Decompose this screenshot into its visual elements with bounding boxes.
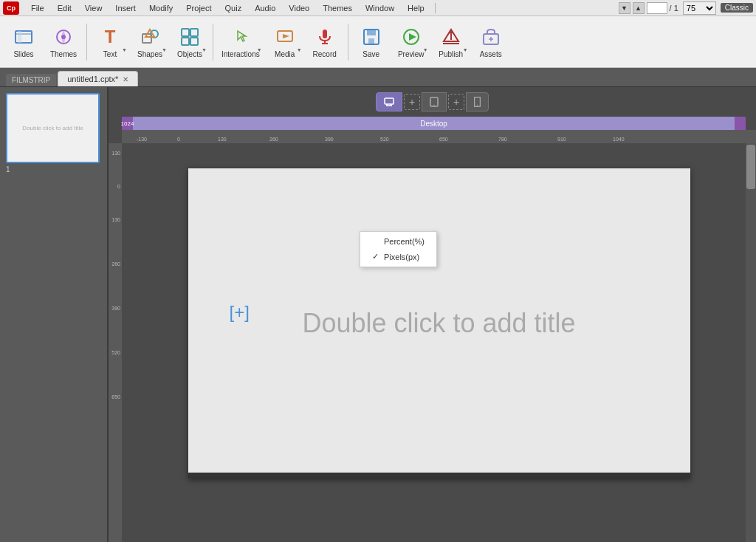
menu-project[interactable]: Project <box>180 2 217 14</box>
slide-placeholder-text[interactable]: Double click to add title <box>302 308 575 339</box>
svg-marker-13 <box>283 34 289 38</box>
tool-objects-label: Objects <box>177 50 202 58</box>
page-current-input[interactable]: 1 <box>647 2 667 14</box>
canvas-area: + + Desktop 1024 -130 0 130 260 39 <box>109 87 756 542</box>
ruler-mark-h-1: 0 <box>177 137 180 142</box>
interactions-icon <box>229 25 252 49</box>
tool-preview[interactable]: Preview ▼ <box>392 20 430 64</box>
slide-number-1: 1 <box>6 165 101 174</box>
svg-rect-10 <box>182 38 189 45</box>
svg-rect-14 <box>323 30 327 38</box>
active-tab[interactable]: untitled1.cptx* ✕ <box>58 71 138 86</box>
tool-shapes[interactable]: Shapes ▼ <box>131 20 169 64</box>
page-navigation: ▼ ▲ 1 / 1 <box>619 2 678 14</box>
page-prev-btn[interactable]: ▼ <box>619 2 630 14</box>
tool-assets[interactable]: Assets <box>472 20 510 64</box>
tool-themes[interactable]: Themes <box>44 20 83 64</box>
shapes-icon <box>138 25 162 49</box>
tool-assets-label: Assets <box>480 50 502 58</box>
svg-point-24 <box>450 31 453 34</box>
ruler-mark-h-8: 910 <box>557 137 566 142</box>
media-icon <box>273 25 297 49</box>
tool-text[interactable]: T Text ▼ <box>91 20 129 64</box>
svg-point-36 <box>477 105 478 106</box>
ruler-mark-v-1: 0 <box>117 184 120 189</box>
toolbar-sep-1 <box>86 24 87 61</box>
tool-save-label: Save <box>362 50 379 58</box>
interactions-dropdown-arrow: ▼ <box>257 47 262 52</box>
themes-icon <box>52 25 75 49</box>
thumb-label: Double click to add title <box>22 125 83 131</box>
svg-rect-25 <box>443 43 459 44</box>
tool-publish-label: Publish <box>439 50 463 58</box>
slide-canvas[interactable]: [+] Double click to add title <box>188 168 690 478</box>
ruler-mark-h-3: 260 <box>269 137 278 142</box>
tab-close-btn[interactable]: ✕ <box>123 75 128 83</box>
dropdown-pixels-label: Pixels(px) <box>384 253 419 261</box>
menu-file[interactable]: File <box>25 2 50 14</box>
device-phone-btn[interactable] <box>466 92 489 112</box>
percent-check <box>372 237 379 246</box>
ruler-mark-h-5: 520 <box>380 137 389 142</box>
tool-interactions[interactable]: Interactions ▼ <box>217 20 264 64</box>
horizontal-ruler: -130 0 130 260 390 520 650 780 910 1040 <box>122 130 756 143</box>
ruler-unit-dropdown: Percent(%) ✓ Pixels(px) <box>360 231 437 267</box>
device-tablet-btn[interactable] <box>422 92 447 112</box>
media-dropdown-arrow: ▼ <box>297 47 302 52</box>
svg-point-4 <box>61 35 66 39</box>
svg-point-34 <box>433 105 434 106</box>
page-next-btn[interactable]: ▲ <box>633 2 645 14</box>
tool-record[interactable]: Record <box>306 20 344 64</box>
menu-modify[interactable]: Modify <box>143 2 179 14</box>
device-add-btn-2[interactable]: + <box>448 94 464 110</box>
dropdown-item-pixels[interactable]: ✓ Pixels(px) <box>360 249 436 264</box>
menu-quiz[interactable]: Quiz <box>219 2 248 14</box>
menu-edit[interactable]: Edit <box>52 2 78 14</box>
ruler-mark-v-4: 390 <box>111 306 120 311</box>
tool-save[interactable]: Save <box>352 20 391 64</box>
tab-bar: FILMSTRIP untitled1.cptx* ✕ <box>0 68 756 87</box>
tool-media[interactable]: Media ▼ <box>266 20 304 64</box>
tool-record-label: Record <box>313 50 337 58</box>
menu-help[interactable]: Help <box>402 2 430 14</box>
zoom-select[interactable]: 75 50 100 <box>683 1 716 15</box>
device-add-btn-1[interactable]: + <box>404 94 420 110</box>
slide-thumbnail-1[interactable]: Double click to add title <box>6 93 100 163</box>
desktop-label-bar: Desktop 1024 <box>122 117 746 130</box>
dropdown-percent-label: Percent(%) <box>384 237 425 246</box>
svg-rect-29 <box>385 98 394 104</box>
menu-insert[interactable]: Insert <box>109 2 142 14</box>
slides-icon <box>12 25 35 49</box>
menu-themes[interactable]: Themes <box>317 2 358 14</box>
tool-slides[interactable]: Slides <box>4 20 43 64</box>
page-separator: / <box>670 4 672 13</box>
tool-objects[interactable]: Objects ▼ <box>171 20 209 64</box>
save-icon <box>360 25 383 49</box>
filmstrip-panel: Double click to add title 1 <box>0 87 109 542</box>
menu-bar: Cp File Edit View Insert Modify Project … <box>0 0 756 16</box>
device-desktop-btn[interactable] <box>376 92 402 112</box>
vertical-scrollbar[interactable] <box>746 143 756 542</box>
tool-publish[interactable]: Publish ▼ <box>432 20 470 64</box>
menu-audio[interactable]: Audio <box>249 2 281 14</box>
menu-video[interactable]: Video <box>283 2 315 14</box>
preview-dropdown-arrow: ▼ <box>423 47 428 52</box>
menu-window[interactable]: Window <box>360 2 400 14</box>
objects-dropdown-arrow: ▼ <box>202 47 207 52</box>
record-icon <box>313 25 337 49</box>
svg-rect-8 <box>182 29 189 36</box>
svg-rect-19 <box>368 38 374 44</box>
filmstrip-label: FILMSTRIP <box>6 74 56 86</box>
assets-icon <box>479 25 503 49</box>
dropdown-item-percent[interactable]: Percent(%) <box>360 234 436 249</box>
classic-badge: Classic <box>721 3 753 13</box>
scrollbar-thumb[interactable] <box>746 145 755 189</box>
text-dropdown-arrow: ▼ <box>122 47 127 52</box>
tool-shapes-label: Shapes <box>137 50 162 58</box>
tool-interactions-label: Interactions <box>221 50 260 58</box>
page-total: 1 <box>674 4 678 13</box>
slide-canvas-wrapper[interactable]: [+] Double click to add title <box>122 146 756 542</box>
ruler-mark-h-7: 780 <box>498 137 507 142</box>
toolbar-sep-2 <box>213 24 213 61</box>
menu-view[interactable]: View <box>79 2 109 14</box>
